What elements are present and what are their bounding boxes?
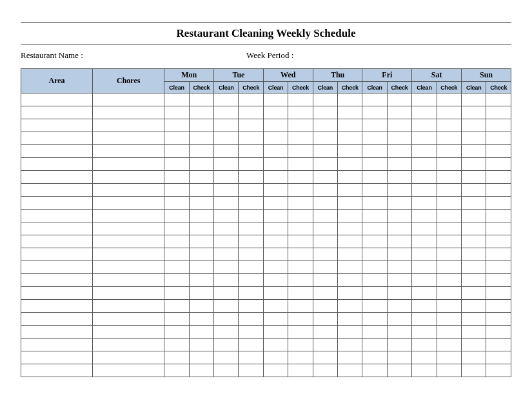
entry-cell[interactable] (164, 248, 189, 261)
entry-cell[interactable] (462, 300, 486, 313)
entry-cell[interactable] (462, 210, 486, 222)
entry-cell[interactable] (437, 248, 461, 261)
entry-cell[interactable] (362, 119, 387, 132)
entry-cell[interactable] (486, 364, 511, 377)
entry-cell[interactable] (239, 106, 263, 119)
entry-cell[interactable] (164, 171, 189, 184)
entry-cell[interactable] (437, 132, 461, 145)
entry-cell[interactable] (486, 339, 511, 351)
entry-cell[interactable] (412, 313, 437, 326)
entry-cell[interactable] (437, 300, 461, 313)
entry-cell[interactable] (189, 145, 213, 158)
entry-cell[interactable] (263, 248, 288, 261)
entry-cell[interactable] (263, 197, 288, 210)
entry-cell[interactable] (313, 197, 337, 210)
entry-cell[interactable] (338, 106, 362, 119)
entry-cell[interactable] (239, 351, 263, 364)
entry-cell[interactable] (239, 119, 263, 132)
entry-cell[interactable] (437, 119, 461, 132)
entry-cell[interactable] (338, 235, 362, 248)
entry-cell[interactable] (288, 158, 313, 171)
entry-cell[interactable] (338, 145, 362, 158)
entry-cell[interactable] (462, 106, 486, 119)
entry-cell[interactable] (412, 106, 437, 119)
entry-cell[interactable] (362, 351, 387, 364)
entry-cell[interactable] (164, 222, 189, 235)
entry-cell[interactable] (263, 222, 288, 235)
entry-cell[interactable] (338, 287, 362, 300)
entry-cell[interactable] (412, 222, 437, 235)
chores-cell[interactable] (93, 197, 164, 210)
entry-cell[interactable] (387, 158, 411, 171)
entry-cell[interactable] (338, 351, 362, 364)
entry-cell[interactable] (214, 287, 239, 300)
entry-cell[interactable] (263, 145, 288, 158)
entry-cell[interactable] (362, 339, 387, 351)
entry-cell[interactable] (164, 210, 189, 222)
entry-cell[interactable] (164, 351, 189, 364)
entry-cell[interactable] (288, 300, 313, 313)
area-cell[interactable] (21, 106, 93, 119)
entry-cell[interactable] (263, 351, 288, 364)
entry-cell[interactable] (164, 313, 189, 326)
entry-cell[interactable] (263, 210, 288, 222)
entry-cell[interactable] (486, 197, 511, 210)
entry-cell[interactable] (486, 351, 511, 364)
chores-cell[interactable] (93, 274, 164, 287)
entry-cell[interactable] (387, 300, 411, 313)
entry-cell[interactable] (263, 106, 288, 119)
entry-cell[interactable] (214, 326, 239, 339)
entry-cell[interactable] (288, 93, 313, 106)
entry-cell[interactable] (214, 339, 239, 351)
entry-cell[interactable] (338, 300, 362, 313)
entry-cell[interactable] (437, 339, 461, 351)
entry-cell[interactable] (288, 106, 313, 119)
entry-cell[interactable] (239, 184, 263, 197)
entry-cell[interactable] (263, 300, 288, 313)
entry-cell[interactable] (462, 184, 486, 197)
entry-cell[interactable] (288, 339, 313, 351)
entry-cell[interactable] (412, 287, 437, 300)
entry-cell[interactable] (164, 132, 189, 145)
entry-cell[interactable] (338, 171, 362, 184)
entry-cell[interactable] (189, 119, 213, 132)
entry-cell[interactable] (462, 313, 486, 326)
entry-cell[interactable] (338, 222, 362, 235)
entry-cell[interactable] (486, 261, 511, 274)
area-cell[interactable] (21, 197, 93, 210)
entry-cell[interactable] (263, 93, 288, 106)
chores-cell[interactable] (93, 248, 164, 261)
entry-cell[interactable] (338, 93, 362, 106)
entry-cell[interactable] (164, 287, 189, 300)
entry-cell[interactable] (263, 313, 288, 326)
entry-cell[interactable] (387, 106, 411, 119)
entry-cell[interactable] (313, 287, 337, 300)
entry-cell[interactable] (462, 248, 486, 261)
entry-cell[interactable] (313, 106, 337, 119)
entry-cell[interactable] (338, 364, 362, 377)
entry-cell[interactable] (239, 274, 263, 287)
entry-cell[interactable] (437, 158, 461, 171)
entry-cell[interactable] (164, 364, 189, 377)
entry-cell[interactable] (362, 326, 387, 339)
entry-cell[interactable] (263, 287, 288, 300)
chores-cell[interactable] (93, 222, 164, 235)
entry-cell[interactable] (486, 106, 511, 119)
entry-cell[interactable] (362, 274, 387, 287)
entry-cell[interactable] (412, 326, 437, 339)
entry-cell[interactable] (239, 171, 263, 184)
entry-cell[interactable] (313, 119, 337, 132)
entry-cell[interactable] (288, 261, 313, 274)
area-cell[interactable] (21, 287, 93, 300)
entry-cell[interactable] (313, 300, 337, 313)
entry-cell[interactable] (362, 158, 387, 171)
entry-cell[interactable] (214, 132, 239, 145)
entry-cell[interactable] (214, 106, 239, 119)
entry-cell[interactable] (189, 171, 213, 184)
entry-cell[interactable] (313, 171, 337, 184)
entry-cell[interactable] (338, 248, 362, 261)
entry-cell[interactable] (387, 222, 411, 235)
chores-cell[interactable] (93, 261, 164, 274)
entry-cell[interactable] (313, 339, 337, 351)
entry-cell[interactable] (437, 171, 461, 184)
